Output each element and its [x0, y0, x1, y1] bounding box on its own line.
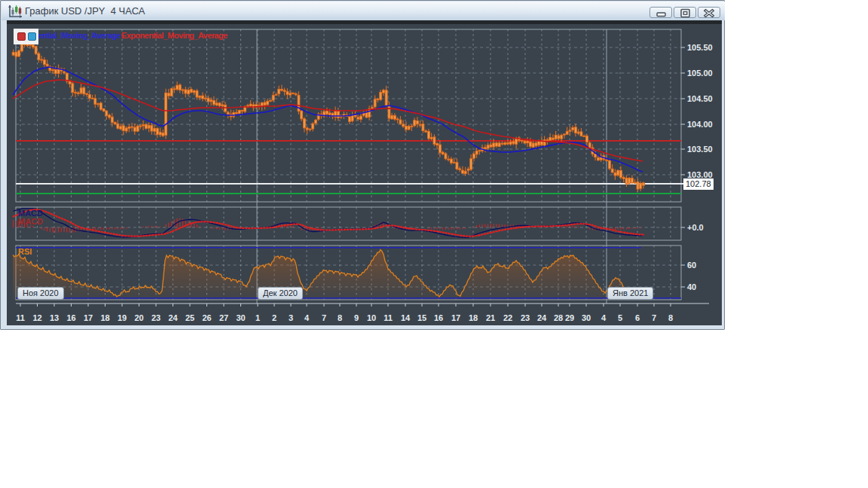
- svg-text:17: 17: [451, 313, 460, 322]
- svg-text:19: 19: [118, 313, 127, 322]
- svg-text:5: 5: [618, 313, 622, 322]
- svg-text:16: 16: [434, 313, 443, 322]
- svg-text:24: 24: [168, 313, 178, 322]
- svg-text:MACD: MACD: [18, 217, 43, 226]
- svg-text:28: 28: [554, 313, 563, 322]
- svg-text:24: 24: [537, 313, 547, 322]
- svg-text:+0.0: +0.0: [687, 223, 704, 232]
- svg-text:18: 18: [469, 313, 478, 322]
- svg-text:23: 23: [151, 313, 160, 322]
- svg-text:RSI: RSI: [18, 247, 32, 256]
- svg-text:8: 8: [668, 313, 673, 322]
- svg-text:9: 9: [354, 313, 359, 322]
- svg-text:22: 22: [503, 313, 512, 322]
- svg-text:4: 4: [304, 313, 310, 322]
- svg-text:40: 40: [687, 282, 696, 291]
- svg-text:17: 17: [84, 313, 93, 322]
- svg-text:2: 2: [272, 313, 277, 322]
- svg-text:104.00: 104.00: [687, 120, 713, 129]
- svg-text:4: 4: [601, 313, 607, 322]
- svg-text:11: 11: [16, 313, 25, 322]
- svg-text:30: 30: [582, 313, 591, 322]
- svg-text:7: 7: [322, 313, 326, 322]
- svg-text:3: 3: [289, 313, 293, 322]
- svg-text:1: 1: [255, 313, 260, 322]
- svg-text:15: 15: [417, 313, 426, 322]
- svg-text:11: 11: [384, 313, 393, 322]
- svg-text:18: 18: [100, 313, 109, 322]
- svg-text:27: 27: [219, 313, 228, 322]
- svg-text:12: 12: [32, 313, 41, 322]
- svg-text:105.50: 105.50: [687, 43, 713, 52]
- svg-text:16: 16: [66, 313, 75, 322]
- svg-text:26: 26: [202, 313, 211, 322]
- svg-text:60: 60: [687, 261, 696, 270]
- svg-text:Exponential_Moving_Average: Exponential_Moving_Average: [121, 31, 228, 40]
- svg-text:13: 13: [50, 313, 59, 322]
- svg-text:104.50: 104.50: [687, 94, 713, 103]
- svg-text:23: 23: [521, 313, 530, 322]
- svg-text:29: 29: [565, 313, 574, 322]
- svg-text:14: 14: [401, 313, 411, 322]
- svg-text:6: 6: [635, 313, 640, 322]
- svg-text:21: 21: [486, 313, 495, 322]
- svg-text:ential_Moving_Average: ential_Moving_Average: [38, 31, 121, 40]
- svg-text:8: 8: [338, 313, 342, 322]
- svg-text:105.00: 105.00: [687, 69, 713, 78]
- svg-text:20: 20: [134, 313, 143, 322]
- svg-text:7: 7: [652, 313, 656, 322]
- svg-text:30: 30: [236, 313, 245, 322]
- svg-text:103.50: 103.50: [687, 145, 713, 154]
- svg-text:25: 25: [185, 313, 194, 322]
- svg-text:10: 10: [367, 313, 376, 322]
